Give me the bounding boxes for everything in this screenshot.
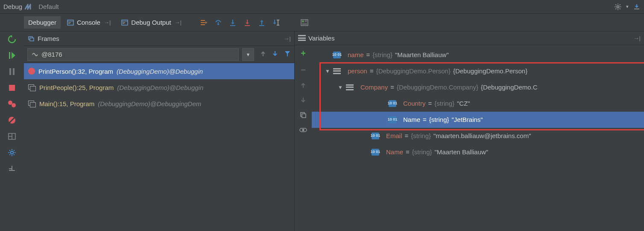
show-execution-point-icon[interactable] (199, 18, 208, 27)
tab-debugger-label: Debugger (28, 19, 56, 26)
variables-gutter: + − (295, 45, 312, 231)
svg-line-51 (9, 150, 10, 151)
frame-method: Main():15, Program (39, 100, 94, 107)
variable-name: name (348, 51, 364, 58)
gear-chevron-icon[interactable]: ▾ (626, 4, 629, 9)
variable-name: person (348, 67, 367, 75)
variables-tree[interactable]: 10 01name = {string} "Maarten Balliauw"▼… (312, 45, 644, 231)
svg-rect-55 (12, 166, 12, 170)
step-into-icon[interactable] (228, 18, 237, 27)
mute-breakpoints-icon[interactable] (7, 115, 17, 125)
variables-title: Variables (308, 35, 630, 42)
expand-icon[interactable]: ▼ (325, 68, 331, 74)
console-icon (67, 19, 74, 26)
variable-type: {DebuggingDemo.Company} (397, 84, 478, 91)
string-icon: 10 01 (389, 116, 396, 123)
variable-name: Company (360, 84, 388, 91)
variable-row[interactable]: ▼person = {DebuggingDemo.Person} {Debugg… (312, 63, 644, 79)
svg-line-8 (620, 4, 621, 5)
stop-icon[interactable] (7, 83, 17, 93)
copy-icon[interactable] (300, 112, 307, 120)
gear-icon[interactable] (614, 3, 622, 11)
tab-debug-output[interactable]: Debug Output →| (117, 16, 186, 29)
svg-line-7 (615, 8, 616, 9)
force-step-into-icon[interactable] (243, 18, 252, 27)
step-over-icon[interactable] (214, 18, 222, 27)
svg-line-5 (615, 4, 616, 5)
svg-point-46 (11, 151, 14, 154)
thread-dropdown-button[interactable]: ▼ (242, 48, 254, 61)
variable-type: {string} (411, 132, 431, 139)
breakpoint-icon (28, 68, 35, 75)
show-watches-icon[interactable] (299, 127, 307, 134)
variable-name: Name (403, 116, 420, 123)
add-watch-icon[interactable]: + (301, 49, 306, 58)
variable-value: {DebuggingDemo.C (481, 84, 538, 91)
variable-row[interactable]: 10 01name = {string} "Maarten Balliauw" (312, 47, 644, 63)
variables-header: Variables →| (295, 32, 644, 45)
variable-value: "Maarten Balliauw" (434, 148, 488, 156)
svg-rect-38 (9, 85, 15, 91)
expand-icon[interactable]: ▼ (337, 84, 343, 90)
variable-name: Country (403, 100, 426, 107)
content: Frames →| @8176 ▼ PrintPerson():32, Prog… (0, 32, 644, 231)
step-out-icon[interactable] (258, 18, 266, 27)
variables-icon (298, 35, 306, 41)
frame-item[interactable]: Main():15, Program (DebuggingDemo)@Debug… (24, 95, 294, 112)
equals: = (406, 148, 410, 156)
frame-item[interactable]: PrintPerson():32, Program (DebuggingDemo… (24, 63, 294, 79)
variable-value: {DebuggingDemo.Person} (453, 67, 527, 75)
svg-rect-35 (9, 52, 10, 59)
tab-debugger[interactable]: Debugger (24, 16, 61, 29)
equals: = (423, 116, 427, 123)
tab-console[interactable]: Console →| (62, 16, 115, 29)
move-up-icon (300, 82, 306, 90)
stack-icon (28, 101, 36, 107)
pin-icon[interactable] (7, 164, 17, 174)
frame-module: (DebuggingDemo)@Debuggin (117, 84, 203, 91)
pause-icon[interactable] (7, 66, 17, 77)
frames-icon (27, 35, 35, 43)
tab-debug-output-label: Debug Output (131, 19, 171, 26)
svg-point-39 (8, 101, 12, 105)
prev-frame-icon[interactable] (260, 50, 266, 58)
frame-method: PrintPerson():32, Program (38, 68, 113, 75)
variable-row[interactable]: ▼Company = {DebuggingDemo.Company} {Debu… (312, 79, 644, 95)
filter-icon[interactable] (284, 50, 291, 58)
settings-icon[interactable] (7, 147, 17, 158)
variable-row[interactable]: 10 01Country = {string} "CZ" (312, 95, 644, 112)
frames-panel: Frames →| @8176 ▼ PrintPerson():32, Prog… (24, 32, 295, 231)
variable-row[interactable]: 10 01Name = {string} "Maarten Balliauw" (312, 144, 644, 160)
variable-row[interactable]: 10 01Email = {string} "maarten.balliauw@… (312, 128, 644, 144)
variable-row[interactable]: 10 01Name = {string} "JetBrains" (312, 112, 644, 128)
frame-list[interactable]: PrintPerson():32, Program (DebuggingDemo… (24, 63, 294, 231)
svg-line-54 (14, 150, 15, 151)
dotnet-icon (25, 4, 33, 10)
rerun-icon[interactable] (7, 34, 17, 44)
layout-icon[interactable] (7, 131, 17, 141)
view-breakpoints-icon[interactable] (7, 99, 17, 109)
run-config-name: Default (38, 3, 59, 10)
frame-item[interactable]: PrintPeople():25, Program (DebuggingDemo… (24, 79, 294, 95)
frames-title: Frames (38, 35, 281, 42)
run-to-cursor-icon[interactable] (272, 18, 281, 27)
frame-module: (DebuggingDemo)@Debuggin (117, 68, 203, 75)
next-frame-icon[interactable] (272, 50, 278, 58)
svg-rect-56 (9, 168, 12, 169)
evaluate-expression-icon[interactable] (300, 18, 309, 27)
variable-value: "Maarten Balliauw" (395, 51, 449, 58)
popout-icon[interactable]: →| (175, 19, 181, 26)
resume-icon[interactable] (7, 50, 17, 61)
svg-rect-57 (9, 170, 15, 171)
thread-select[interactable]: @8176 (27, 48, 239, 61)
svg-line-52 (14, 154, 15, 155)
object-icon (333, 68, 341, 74)
popout-icon[interactable]: →| (104, 19, 111, 26)
popout-icon[interactable]: →| (284, 35, 291, 42)
variable-name: Email (386, 132, 402, 139)
download-icon[interactable] (633, 3, 641, 11)
svg-line-6 (620, 8, 621, 9)
frame-module: (DebuggingDemo)@DebuggingDem (98, 100, 201, 107)
equals: = (428, 100, 432, 107)
popout-icon[interactable]: →| (634, 35, 641, 41)
